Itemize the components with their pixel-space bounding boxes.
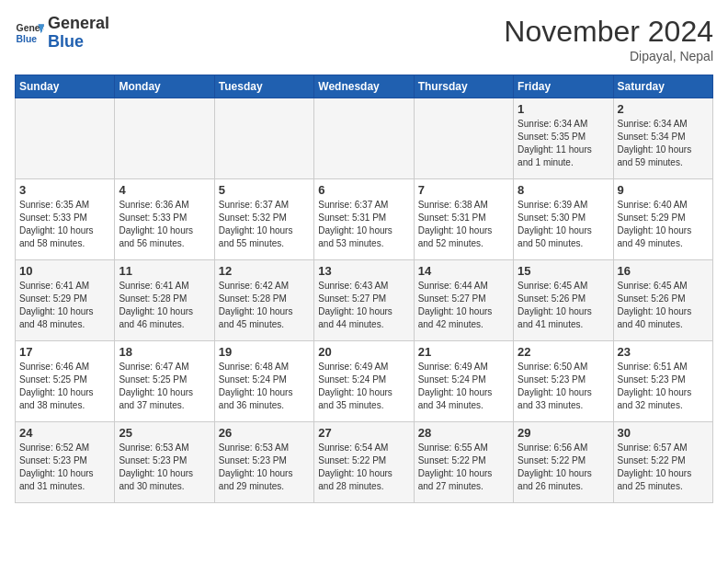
day-number: 19 — [219, 345, 310, 359]
calendar-cell — [16, 98, 115, 179]
week-row-5: 24Sunrise: 6:52 AM Sunset: 5:23 PM Dayli… — [16, 422, 713, 503]
logo: General Blue General Blue — [15, 15, 109, 52]
day-number: 25 — [119, 426, 210, 440]
day-info: Sunrise: 6:35 AM Sunset: 5:33 PM Dayligh… — [19, 199, 110, 250]
calendar-cell: 22Sunrise: 6:50 AM Sunset: 5:23 PM Dayli… — [514, 341, 613, 422]
day-info: Sunrise: 6:53 AM Sunset: 5:23 PM Dayligh… — [219, 442, 310, 493]
calendar-cell: 7Sunrise: 6:38 AM Sunset: 5:31 PM Daylig… — [414, 179, 513, 260]
day-info: Sunrise: 6:50 AM Sunset: 5:23 PM Dayligh… — [518, 361, 609, 412]
logo-blue-text: Blue — [48, 32, 84, 51]
day-info: Sunrise: 6:48 AM Sunset: 5:24 PM Dayligh… — [219, 361, 310, 412]
weekday-header-saturday: Saturday — [613, 75, 712, 98]
day-info: Sunrise: 6:40 AM Sunset: 5:29 PM Dayligh… — [618, 199, 709, 250]
day-number: 26 — [219, 426, 310, 440]
day-info: Sunrise: 6:52 AM Sunset: 5:23 PM Dayligh… — [19, 442, 110, 493]
calendar-cell: 20Sunrise: 6:49 AM Sunset: 5:24 PM Dayli… — [314, 341, 414, 422]
day-number: 9 — [618, 183, 709, 197]
day-info: Sunrise: 6:47 AM Sunset: 5:25 PM Dayligh… — [119, 361, 210, 412]
day-number: 22 — [518, 345, 609, 359]
calendar-cell: 19Sunrise: 6:48 AM Sunset: 5:24 PM Dayli… — [214, 341, 313, 422]
weekday-header-thursday: Thursday — [414, 75, 513, 98]
calendar-cell: 29Sunrise: 6:56 AM Sunset: 5:22 PM Dayli… — [514, 422, 613, 503]
calendar-cell: 5Sunrise: 6:37 AM Sunset: 5:32 PM Daylig… — [214, 179, 313, 260]
day-info: Sunrise: 6:39 AM Sunset: 5:30 PM Dayligh… — [518, 199, 609, 250]
calendar-cell: 17Sunrise: 6:46 AM Sunset: 5:25 PM Dayli… — [16, 341, 115, 422]
day-number: 2 — [618, 102, 709, 116]
calendar-cell — [314, 98, 414, 179]
month-title: November 2024 — [504, 15, 713, 49]
day-info: Sunrise: 6:45 AM Sunset: 5:26 PM Dayligh… — [618, 280, 709, 331]
calendar-cell — [414, 98, 513, 179]
day-number: 23 — [618, 345, 709, 359]
weekday-header-row: SundayMondayTuesdayWednesdayThursdayFrid… — [16, 75, 713, 98]
day-info: Sunrise: 6:41 AM Sunset: 5:29 PM Dayligh… — [19, 280, 110, 331]
calendar-table: SundayMondayTuesdayWednesdayThursdayFrid… — [15, 75, 713, 503]
calendar-cell: 28Sunrise: 6:55 AM Sunset: 5:22 PM Dayli… — [414, 422, 513, 503]
day-info: Sunrise: 6:37 AM Sunset: 5:32 PM Dayligh… — [219, 199, 310, 250]
weekday-header-sunday: Sunday — [16, 75, 115, 98]
calendar-cell: 6Sunrise: 6:37 AM Sunset: 5:31 PM Daylig… — [314, 179, 414, 260]
week-row-1: 1Sunrise: 6:34 AM Sunset: 5:35 PM Daylig… — [16, 98, 713, 179]
day-number: 21 — [418, 345, 509, 359]
day-number: 5 — [219, 183, 310, 197]
day-number: 13 — [318, 264, 409, 278]
day-number: 10 — [19, 264, 110, 278]
day-info: Sunrise: 6:43 AM Sunset: 5:27 PM Dayligh… — [318, 280, 409, 331]
day-number: 4 — [119, 183, 210, 197]
calendar-cell: 3Sunrise: 6:35 AM Sunset: 5:33 PM Daylig… — [16, 179, 115, 260]
calendar-cell: 10Sunrise: 6:41 AM Sunset: 5:29 PM Dayli… — [16, 260, 115, 341]
calendar-cell: 2Sunrise: 6:34 AM Sunset: 5:34 PM Daylig… — [613, 98, 712, 179]
day-number: 18 — [119, 345, 210, 359]
calendar-cell: 27Sunrise: 6:54 AM Sunset: 5:22 PM Dayli… — [314, 422, 414, 503]
logo-icon: General Blue — [15, 18, 44, 48]
calendar-cell: 16Sunrise: 6:45 AM Sunset: 5:26 PM Dayli… — [613, 260, 712, 341]
calendar-cell: 18Sunrise: 6:47 AM Sunset: 5:25 PM Dayli… — [115, 341, 214, 422]
day-number: 15 — [518, 264, 609, 278]
calendar-cell: 26Sunrise: 6:53 AM Sunset: 5:23 PM Dayli… — [214, 422, 313, 503]
calendar-cell — [115, 98, 214, 179]
day-number: 27 — [318, 426, 409, 440]
weekday-header-friday: Friday — [514, 75, 613, 98]
day-number: 17 — [19, 345, 110, 359]
location: Dipayal, Nepal — [504, 49, 713, 63]
day-number: 1 — [518, 102, 609, 116]
weekday-header-monday: Monday — [115, 75, 214, 98]
day-info: Sunrise: 6:36 AM Sunset: 5:33 PM Dayligh… — [119, 199, 210, 250]
day-info: Sunrise: 6:57 AM Sunset: 5:22 PM Dayligh… — [618, 442, 709, 493]
week-row-2: 3Sunrise: 6:35 AM Sunset: 5:33 PM Daylig… — [16, 179, 713, 260]
day-number: 16 — [618, 264, 709, 278]
day-number: 12 — [219, 264, 310, 278]
day-number: 6 — [318, 183, 409, 197]
day-number: 8 — [518, 183, 609, 197]
calendar-cell: 25Sunrise: 6:53 AM Sunset: 5:23 PM Dayli… — [115, 422, 214, 503]
calendar-cell: 1Sunrise: 6:34 AM Sunset: 5:35 PM Daylig… — [514, 98, 613, 179]
day-info: Sunrise: 6:53 AM Sunset: 5:23 PM Dayligh… — [119, 442, 210, 493]
calendar-cell: 8Sunrise: 6:39 AM Sunset: 5:30 PM Daylig… — [514, 179, 613, 260]
day-number: 7 — [418, 183, 509, 197]
day-number: 11 — [119, 264, 210, 278]
day-info: Sunrise: 6:46 AM Sunset: 5:25 PM Dayligh… — [19, 361, 110, 412]
day-info: Sunrise: 6:34 AM Sunset: 5:34 PM Dayligh… — [618, 118, 709, 169]
calendar-cell: 24Sunrise: 6:52 AM Sunset: 5:23 PM Dayli… — [16, 422, 115, 503]
calendar-cell: 15Sunrise: 6:45 AM Sunset: 5:26 PM Dayli… — [514, 260, 613, 341]
svg-text:Blue: Blue — [17, 33, 38, 43]
calendar-cell: 14Sunrise: 6:44 AM Sunset: 5:27 PM Dayli… — [414, 260, 513, 341]
day-number: 28 — [418, 426, 509, 440]
calendar-cell: 21Sunrise: 6:49 AM Sunset: 5:24 PM Dayli… — [414, 341, 513, 422]
calendar-cell: 11Sunrise: 6:41 AM Sunset: 5:28 PM Dayli… — [115, 260, 214, 341]
day-info: Sunrise: 6:45 AM Sunset: 5:26 PM Dayligh… — [518, 280, 609, 331]
day-number: 24 — [19, 426, 110, 440]
day-info: Sunrise: 6:38 AM Sunset: 5:31 PM Dayligh… — [418, 199, 509, 250]
day-number: 14 — [418, 264, 509, 278]
calendar-cell: 13Sunrise: 6:43 AM Sunset: 5:27 PM Dayli… — [314, 260, 414, 341]
day-info: Sunrise: 6:51 AM Sunset: 5:23 PM Dayligh… — [618, 361, 709, 412]
day-info: Sunrise: 6:41 AM Sunset: 5:28 PM Dayligh… — [119, 280, 210, 331]
day-info: Sunrise: 6:37 AM Sunset: 5:31 PM Dayligh… — [318, 199, 409, 250]
day-info: Sunrise: 6:56 AM Sunset: 5:22 PM Dayligh… — [518, 442, 609, 493]
day-number: 20 — [318, 345, 409, 359]
calendar-cell — [214, 98, 313, 179]
day-number: 30 — [618, 426, 709, 440]
day-number: 29 — [518, 426, 609, 440]
day-info: Sunrise: 6:54 AM Sunset: 5:22 PM Dayligh… — [318, 442, 409, 493]
day-info: Sunrise: 6:49 AM Sunset: 5:24 PM Dayligh… — [318, 361, 409, 412]
